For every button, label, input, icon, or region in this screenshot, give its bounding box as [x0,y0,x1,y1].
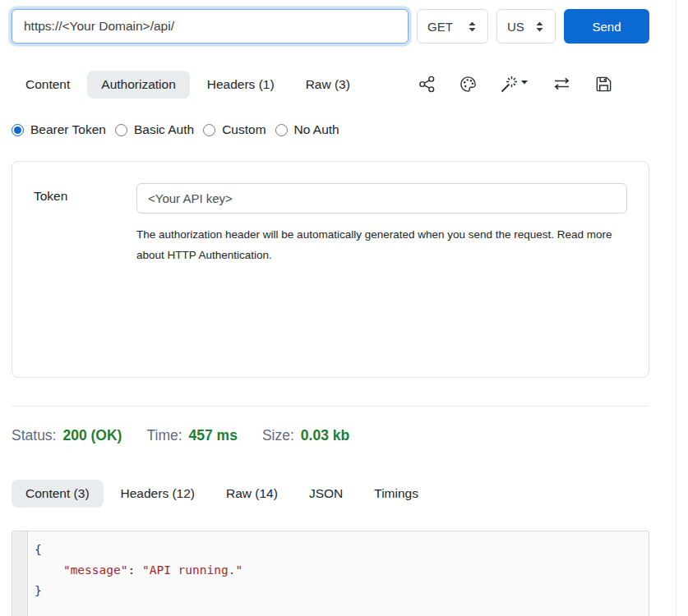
status-value: 200 (OK) [62,424,122,447]
tab-authorization[interactable]: Authorization [87,71,189,99]
tab-response-json[interactable]: JSON [295,480,357,508]
toolbar [418,75,649,94]
tab-headers[interactable]: Headers (1) [193,71,289,99]
request-tabs: Content Authorization Headers (1) Raw (3… [12,69,649,99]
share-icon[interactable] [418,75,436,94]
radio-label: No Auth [294,122,339,137]
time-value: 457 ms [189,424,238,447]
token-label: Token [34,183,136,356]
code-open-brace: { [35,543,42,556]
method-select[interactable]: GET [417,9,488,44]
radio-custom[interactable]: Custom [203,122,266,137]
code-close-brace: } [35,584,42,597]
api-client-page: GET US Send Content Authorization Header… [0,0,688,616]
auth-type-options: Bearer Token Basic Auth Custom No Auth [12,122,649,137]
response-body: { "message": "API running." } [12,531,649,616]
swap-arrows-icon[interactable] [552,75,572,94]
updown-arrows-icon [467,21,478,33]
radio-dot [203,124,215,136]
tab-response-raw[interactable]: Raw (14) [212,480,292,508]
radio-dot [12,124,24,136]
radio-dot [275,124,288,136]
code-colon: : [127,563,135,577]
token-input[interactable] [136,183,627,214]
time-group: Time: 457 ms [146,424,237,447]
request-bar: GET US Send [12,9,649,44]
token-help-text: The authorization header will be automat… [136,224,627,265]
size-value: 0.03 kb [301,424,349,447]
radio-bearer-token[interactable]: Bearer Token [12,122,106,137]
radio-label: Bearer Token [30,122,106,137]
tab-raw[interactable]: Raw (3) [292,71,364,99]
save-icon[interactable] [594,75,613,94]
method-select-value: GET [427,20,453,34]
radio-dot [115,124,127,136]
radio-no-auth[interactable]: No Auth [275,122,339,137]
tab-response-content[interactable]: Content (3) [12,480,104,508]
bearer-token-panel: Token The authorization header will be a… [12,161,649,378]
url-input[interactable] [12,9,409,44]
time-label: Time: [146,424,182,447]
code-gutter [12,531,28,616]
palette-icon[interactable] [459,75,478,94]
page-column-divider [676,0,676,616]
radio-label: Custom [222,122,266,137]
send-button[interactable]: Send [564,9,649,44]
size-label: Size: [262,424,294,447]
status-label: Status: [12,424,56,447]
radio-basic-auth[interactable]: Basic Auth [115,122,194,137]
response-json-code[interactable]: { "message": "API running." } [28,531,649,616]
size-group: Size: 0.03 kb [262,424,349,447]
radio-label: Basic Auth [134,122,194,137]
tab-response-timings[interactable]: Timings [360,480,432,508]
updown-arrows-icon [534,21,545,33]
response-status-row: Status: 200 (OK) Time: 457 ms Size: 0.03… [12,424,649,447]
code-key: "message" [63,563,128,577]
region-select[interactable]: US [496,9,556,44]
section-divider [12,406,649,407]
tab-content[interactable]: Content [12,71,84,99]
code-value: "API running." [142,563,242,577]
status-group: Status: 200 (OK) [12,424,122,447]
tab-response-headers[interactable]: Headers (12) [107,480,209,508]
region-select-value: US [507,20,524,34]
response-tabs: Content (3) Headers (12) Raw (14) JSON T… [12,478,649,508]
magic-wand-menu-icon[interactable] [500,75,529,94]
